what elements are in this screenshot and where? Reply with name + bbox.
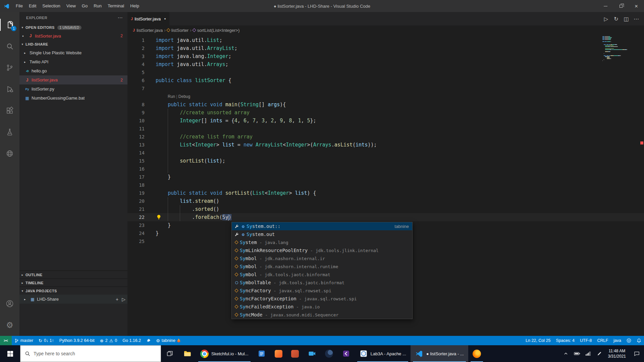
taskbar-chrome-window[interactable]: Sketchful.io - Mul... [196, 345, 253, 362]
line-number[interactable]: 3 [127, 52, 156, 60]
status-cursor-position[interactable]: Ln 22, Col 25 [523, 336, 553, 345]
activitybar-run-and-debug[interactable] [0, 78, 19, 100]
line-number[interactable]: 25 [127, 237, 156, 245]
line-number[interactable]: 7 [127, 84, 156, 93]
line-number[interactable]: 9 [127, 109, 156, 117]
tree-item-hello-go[interactable]: -ohello.go [19, 66, 127, 75]
lightbulb-icon[interactable] [156, 215, 162, 220]
status-git-branch[interactable]: master [12, 336, 36, 345]
status-indentation[interactable]: Spaces: 4 [553, 336, 577, 345]
activitybar-explorer[interactable]: 1 [0, 14, 19, 36]
tray-action-center[interactable] [629, 345, 644, 362]
suggest-item[interactable]: ⚙System.out::tabnine [232, 222, 412, 230]
tree-item-listsorter-py[interactable]: PylistSorter.py [19, 84, 127, 94]
line-number[interactable]: 1 [127, 36, 156, 44]
run-or-debug-icon[interactable]: ↻ [611, 14, 621, 24]
line-number[interactable]: 19 [127, 189, 156, 197]
dirty-indicator-icon[interactable]: ● [164, 17, 166, 20]
tab-listsorter-java[interactable]: J listSorter.java ● [127, 12, 169, 25]
activitybar-testing[interactable] [0, 121, 19, 143]
menu-go[interactable]: Go [79, 0, 91, 12]
section-open-editors[interactable]: ▾OPEN EDITORS1 UNSAVED [19, 23, 127, 32]
tray-hidden-icons[interactable] [560, 345, 572, 362]
tray-battery[interactable] [572, 345, 583, 362]
taskbar-app-dark-circle[interactable] [321, 345, 337, 362]
line-number[interactable]: 23 [127, 221, 156, 229]
open-editor-item[interactable]: ●JlistSorter.java2 [19, 32, 127, 40]
tray-network[interactable] [583, 345, 594, 362]
activitybar-source-control[interactable] [0, 57, 19, 78]
suggest-item[interactable]: SymbolTable - jdk.tools.jaotc.binformat [232, 279, 412, 287]
clock[interactable]: 11:48 AM3/31/2021 [605, 348, 629, 359]
suggest-item[interactable]: SyncFailedException - java.io [232, 303, 412, 311]
line-number[interactable]: 15 [127, 157, 156, 165]
codelens-run[interactable]: Run [168, 93, 175, 101]
line-number[interactable]: 22 [127, 213, 156, 221]
status-git-sync[interactable]: ↻0↓ 1↑ [36, 336, 57, 345]
taskbar-file-explorer[interactable] [178, 345, 196, 362]
line-number[interactable]: 2 [127, 44, 156, 52]
line-number[interactable]: 11 [127, 125, 156, 133]
taskbar-vscode-window[interactable]: ● listSorter.java - ... [411, 345, 468, 362]
section-timeline[interactable]: ▸TIMELINE [19, 279, 127, 287]
play-icon[interactable]: ▷ [122, 297, 125, 302]
tree-item-twilio-api[interactable]: ▸Twilio API [19, 57, 127, 66]
activitybar-search[interactable] [0, 36, 19, 57]
activitybar-accounts[interactable] [0, 293, 19, 314]
more-actions-icon[interactable]: ⋯ [118, 15, 123, 21]
minimize-button[interactable] [598, 0, 613, 12]
section-folder[interactable]: ▾LHD-SHARE [19, 40, 127, 48]
suggest-item[interactable]: Symbol - jdk.nashorn.internal.runtime [232, 262, 412, 270]
split-editor-icon[interactable]: ◫ [621, 14, 631, 24]
line-number[interactable]: 12 [127, 133, 156, 141]
menu-help[interactable]: Help [127, 0, 142, 12]
tree-item-numberguessinggame-bat[interactable]: ▦NumberGuessingGame.bat [19, 94, 127, 103]
tree-item-listsorter-java[interactable]: JlistSorter.java2 [19, 75, 127, 84]
menu-edit[interactable]: Edit [26, 0, 39, 12]
suggest-item[interactable]: Symbol - jdk.tools.jaotc.binformat [232, 270, 412, 279]
taskbar-app-blue-doc[interactable] [253, 345, 270, 362]
status-language-mode[interactable]: java [611, 336, 624, 345]
tree-item-single-use-plastic-website[interactable]: ▸Single Use Plastic Website [19, 48, 127, 57]
suggest-item[interactable]: ⚙System.out [232, 230, 412, 238]
line-number[interactable]: 18 [127, 181, 156, 189]
status-feedback[interactable] [624, 336, 634, 345]
menu-selection[interactable]: Selection [39, 0, 63, 12]
codelens-debug[interactable]: Debug [178, 93, 190, 101]
line-number[interactable]: 14 [127, 149, 156, 157]
taskbar-netbeans-window[interactable]: Lab3A - Apache ... [355, 345, 411, 362]
suggest-item[interactable]: Symbol - jdk.nashorn.internal.ir [232, 254, 412, 262]
more-actions-icon[interactable]: ⋯ [631, 14, 641, 24]
taskbar-app-red[interactable] [287, 345, 303, 362]
suggest-item[interactable]: SyncMode - javax.sound.midi.Sequencer [232, 311, 412, 319]
search-input[interactable] [34, 351, 156, 356]
suggest-item[interactable]: System - java.lang [232, 238, 412, 246]
line-number[interactable]: 8 [127, 101, 156, 109]
suggest-item[interactable]: SyncFactory - javax.sql.rowset.spi [232, 287, 412, 295]
line-number[interactable]: 20 [127, 197, 156, 205]
restore-button[interactable] [613, 0, 629, 12]
line-number[interactable]: 17 [127, 173, 156, 181]
status-eol[interactable]: CRLF [594, 336, 611, 345]
line-number[interactable]: 6 [127, 76, 156, 84]
taskbar-task-view[interactable] [161, 345, 178, 362]
status-notifications[interactable] [634, 336, 644, 345]
line-number[interactable]: 4 [127, 60, 156, 68]
status-go-version[interactable]: Go 1.16.2 [120, 336, 144, 345]
menu-run[interactable]: Run [91, 0, 105, 12]
tray-pen[interactable] [594, 345, 605, 362]
java-project-item[interactable]: ▸▦LHD-Share+▷ [19, 295, 127, 304]
activitybar-remote-explorer[interactable] [0, 143, 19, 164]
start-button[interactable] [0, 345, 20, 362]
line-number[interactable]: 24 [127, 229, 156, 237]
taskbar-app-orange[interactable] [270, 345, 287, 362]
taskbar-camera-app[interactable] [303, 345, 321, 362]
section-outline[interactable]: ▸OUTLINE [19, 270, 127, 279]
suggest-item[interactable]: SymLinkResourcePoolEntry - jdk.tools.jli… [232, 246, 412, 254]
line-number[interactable]: 10 [127, 117, 156, 125]
activitybar-manage[interactable]: ⚙ [0, 314, 19, 336]
line-number[interactable]: 5 [127, 68, 156, 76]
status-encoding[interactable]: UTF-8 [577, 336, 594, 345]
breadcrumb-item[interactable]: JlistSorter.java [133, 28, 163, 33]
line-number[interactable]: 13 [127, 141, 156, 149]
